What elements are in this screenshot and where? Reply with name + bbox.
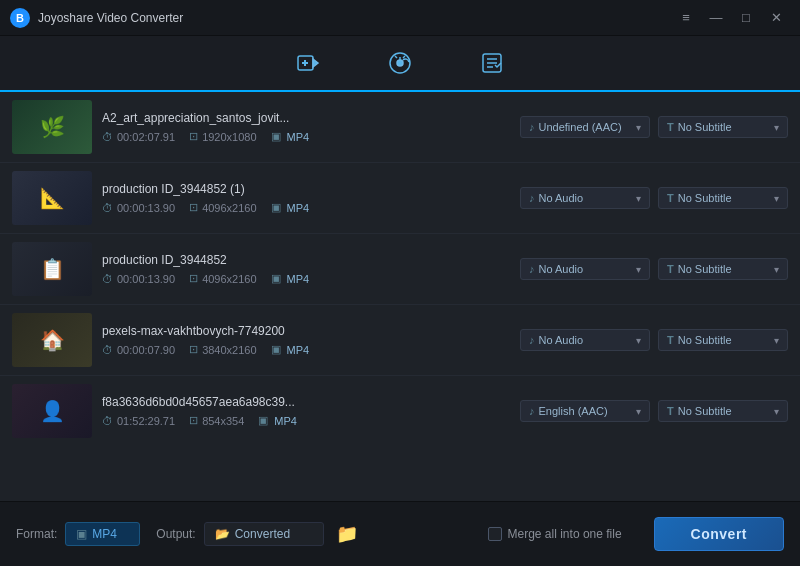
audio-value: Undefined (AAC) [539, 121, 622, 133]
audio-chevron-icon: ▾ [636, 406, 641, 417]
file-info: production ID_3944852 (1) ⏱ 00:00:13.90 … [102, 182, 510, 214]
file-info: pexels-max-vakhtbovych-7749200 ⏱ 00:00:0… [102, 324, 510, 356]
audio-dropdown[interactable]: ♪ No Audio ▾ [520, 258, 650, 280]
toolbar [0, 36, 800, 92]
audio-icon: ♪ [529, 334, 535, 346]
subtitle-value: No Subtitle [678, 405, 732, 417]
output-label: Output: [156, 527, 195, 541]
format-name: MP4 [287, 344, 310, 356]
subtitle-dropdown-label: T No Subtitle [667, 121, 732, 133]
file-format: ▣ MP4 [271, 272, 321, 285]
app-title: Joyoshare Video Converter [38, 11, 672, 25]
output-section: Output: 📂 Converted 📁 [156, 519, 361, 549]
audio-dropdown[interactable]: ♪ No Audio ▾ [520, 187, 650, 209]
audio-chevron-icon: ▾ [636, 122, 641, 133]
subtitle-icon: T [667, 121, 674, 133]
duration-item: ⏱ 00:00:13.90 [102, 202, 175, 214]
format-label: Format: [16, 527, 57, 541]
subtitle-dropdown-label: T No Subtitle [667, 334, 732, 346]
audio-dropdown[interactable]: ♪ Undefined (AAC) ▾ [520, 116, 650, 138]
svg-line-7 [403, 56, 405, 58]
minimize-button[interactable]: — [702, 7, 730, 29]
audio-chevron-icon: ▾ [636, 335, 641, 346]
subtitle-dropdown[interactable]: T No Subtitle ▾ [658, 116, 788, 138]
subtitle-chevron-icon: ▾ [774, 122, 779, 133]
file-meta: ⏱ 00:00:07.90 ⊡ 3840x2160 ▣ MP4 [102, 343, 510, 356]
subtitle-dropdown[interactable]: T No Subtitle ▾ [658, 258, 788, 280]
file-info: production ID_3944852 ⏱ 00:00:13.90 ⊡ 40… [102, 253, 510, 285]
format-name: MP4 [287, 202, 310, 214]
clock-icon: ⏱ [102, 273, 113, 285]
file-resolution: 4096x2160 [202, 202, 256, 214]
subtitle-dropdown[interactable]: T No Subtitle ▾ [658, 400, 788, 422]
format-icon: ▣ [271, 343, 281, 356]
clock-icon: ⏱ [102, 344, 113, 356]
duration-item: ⏱ 00:02:07.91 [102, 131, 175, 143]
format-value[interactable]: ▣ MP4 [65, 522, 140, 546]
browse-output-button[interactable]: 📁 [332, 519, 362, 549]
audio-dropdown[interactable]: ♪ English (AAC) ▾ [520, 400, 650, 422]
format-icon: ▣ [271, 201, 281, 214]
subtitle-icon: T [667, 263, 674, 275]
display-icon: ⊡ [189, 201, 198, 214]
audio-value: No Audio [539, 192, 584, 204]
add-video-button[interactable] [282, 45, 334, 81]
file-item[interactable]: 📐 production ID_3944852 (1) ⏱ 00:00:13.9… [0, 163, 800, 234]
add-audio-button[interactable] [374, 45, 426, 81]
display-icon: ⊡ [189, 343, 198, 356]
file-item[interactable]: 📋 production ID_3944852 ⏱ 00:00:13.90 ⊡ … [0, 234, 800, 305]
file-name: production ID_3944852 (1) [102, 182, 510, 196]
audio-icon: ♪ [529, 192, 535, 204]
audio-value: No Audio [539, 334, 584, 346]
merge-section: Merge all into one file [488, 527, 622, 541]
display-icon: ⊡ [189, 272, 198, 285]
audio-chevron-icon: ▾ [636, 264, 641, 275]
file-meta: ⏱ 00:00:13.90 ⊡ 4096x2160 ▣ MP4 [102, 201, 510, 214]
file-info: A2_art_appreciation_santos_jovit... ⏱ 00… [102, 111, 510, 143]
file-item[interactable]: 🌿 A2_art_appreciation_santos_jovit... ⏱ … [0, 92, 800, 163]
resolution-item: ⊡ 854x354 [189, 414, 244, 427]
file-controls: ♪ English (AAC) ▾ T No Subtitle ▾ [520, 400, 788, 422]
menu-button[interactable]: ≡ [672, 7, 700, 29]
file-resolution: 3840x2160 [202, 344, 256, 356]
file-name: A2_art_appreciation_santos_jovit... [102, 111, 510, 125]
bottom-bar: Format: ▣ MP4 Output: 📂 Converted 📁 Merg… [0, 501, 800, 566]
task-list-button[interactable] [466, 45, 518, 81]
thumb-icon: 🌿 [12, 100, 92, 154]
maximize-button[interactable]: □ [732, 7, 760, 29]
file-item[interactable]: 👤 f8a3636d6bd0d45657aea6a98c39... ⏱ 01:5… [0, 376, 800, 446]
audio-icon: ♪ [529, 121, 535, 133]
convert-button[interactable]: Convert [654, 517, 784, 551]
subtitle-icon: T [667, 334, 674, 346]
audio-value: English (AAC) [539, 405, 608, 417]
format-icon: ▣ [271, 272, 281, 285]
audio-dropdown[interactable]: ♪ No Audio ▾ [520, 329, 650, 351]
file-format: ▣ MP4 [271, 130, 321, 143]
thumb-icon: 📋 [12, 242, 92, 296]
subtitle-value: No Subtitle [678, 121, 732, 133]
clock-icon: ⏱ [102, 415, 113, 427]
file-format: ▣ MP4 [258, 414, 308, 427]
resolution-item: ⊡ 4096x2160 [189, 272, 256, 285]
subtitle-dropdown[interactable]: T No Subtitle ▾ [658, 329, 788, 351]
file-controls: ♪ Undefined (AAC) ▾ T No Subtitle ▾ [520, 116, 788, 138]
svg-point-5 [397, 60, 403, 66]
file-duration: 01:52:29.71 [117, 415, 175, 427]
file-name: f8a3636d6bd0d45657aea6a98c39... [102, 395, 510, 409]
file-thumbnail: 📋 [12, 242, 92, 296]
file-item[interactable]: 🏠 pexels-max-vakhtbovych-7749200 ⏱ 00:00… [0, 305, 800, 376]
subtitle-dropdown[interactable]: T No Subtitle ▾ [658, 187, 788, 209]
merge-checkbox[interactable] [488, 527, 502, 541]
subtitle-icon: T [667, 192, 674, 204]
clock-icon: ⏱ [102, 131, 113, 143]
file-duration: 00:00:13.90 [117, 202, 175, 214]
resolution-item: ⊡ 3840x2160 [189, 343, 256, 356]
format-section: Format: ▣ MP4 [16, 522, 140, 546]
thumb-icon: 📐 [12, 171, 92, 225]
format-name: MP4 [287, 131, 310, 143]
subtitle-dropdown-label: T No Subtitle [667, 263, 732, 275]
resolution-item: ⊡ 4096x2160 [189, 201, 256, 214]
audio-dropdown-label: ♪ No Audio [529, 263, 583, 275]
output-folder-icon: 📂 [215, 527, 230, 541]
close-button[interactable]: ✕ [762, 7, 790, 29]
